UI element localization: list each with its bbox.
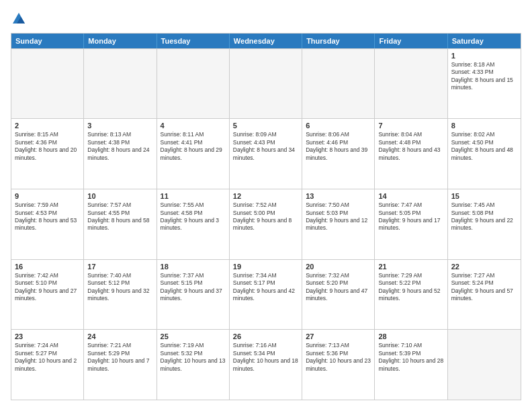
calendar-cell [375,49,447,119]
day-info: Sunrise: 7:19 AM Sunset: 5:32 PM Dayligh… [161,342,226,373]
day-number: 17 [87,263,152,271]
day-info: Sunrise: 8:13 AM Sunset: 4:38 PM Dayligh… [87,131,152,162]
day-number: 7 [378,122,443,130]
day-number: 5 [233,122,298,130]
day-info: Sunrise: 7:27 AM Sunset: 5:24 PM Dayligh… [451,272,517,303]
calendar-cell: 13Sunrise: 7:50 AM Sunset: 5:03 PM Dayli… [302,189,375,259]
calendar-row-3: 9Sunrise: 7:59 AM Sunset: 4:53 PM Daylig… [11,189,521,259]
calendar: SundayMondayTuesdayWednesdayThursdayFrid… [11,33,521,400]
calendar-cell [302,49,375,119]
calendar-cell: 10Sunrise: 7:57 AM Sunset: 4:55 PM Dayli… [84,189,157,259]
calendar-cell: 21Sunrise: 7:29 AM Sunset: 5:22 PM Dayli… [375,260,447,330]
calendar-cell [157,49,230,119]
calendar-cell: 6Sunrise: 8:06 AM Sunset: 4:46 PM Daylig… [302,119,375,189]
day-number: 18 [161,263,226,271]
day-number: 2 [15,122,80,130]
day-info: Sunrise: 7:34 AM Sunset: 5:17 PM Dayligh… [233,272,298,303]
calendar-cell: 24Sunrise: 7:21 AM Sunset: 5:29 PM Dayli… [84,330,157,400]
day-number: 20 [306,263,371,271]
page: SundayMondayTuesdayWednesdayThursdayFrid… [0,0,532,411]
header-day-wednesday: Wednesday [230,34,302,48]
calendar-cell: 7Sunrise: 8:04 AM Sunset: 4:48 PM Daylig… [375,119,447,189]
day-info: Sunrise: 7:16 AM Sunset: 5:34 PM Dayligh… [233,342,298,373]
calendar-cell: 11Sunrise: 7:55 AM Sunset: 4:58 PM Dayli… [157,189,230,259]
day-number: 6 [306,122,371,130]
calendar-row-2: 2Sunrise: 8:15 AM Sunset: 4:36 PM Daylig… [11,118,521,189]
day-number: 27 [306,332,371,340]
header-day-thursday: Thursday [302,34,375,48]
calendar-header: SundayMondayTuesdayWednesdayThursdayFrid… [11,34,521,48]
day-info: Sunrise: 7:52 AM Sunset: 5:00 PM Dayligh… [233,201,298,232]
calendar-cell: 22Sunrise: 7:27 AM Sunset: 5:24 PM Dayli… [448,260,521,330]
day-info: Sunrise: 8:15 AM Sunset: 4:36 PM Dayligh… [15,131,80,162]
calendar-cell: 26Sunrise: 7:16 AM Sunset: 5:34 PM Dayli… [230,330,302,400]
day-info: Sunrise: 7:13 AM Sunset: 5:36 PM Dayligh… [306,342,371,373]
day-info: Sunrise: 8:09 AM Sunset: 4:43 PM Dayligh… [233,131,298,162]
day-info: Sunrise: 7:10 AM Sunset: 5:39 PM Dayligh… [378,342,443,373]
day-number: 22 [451,263,517,271]
calendar-cell: 28Sunrise: 7:10 AM Sunset: 5:39 PM Dayli… [375,330,447,400]
calendar-cell: 17Sunrise: 7:40 AM Sunset: 5:12 PM Dayli… [84,260,157,330]
calendar-cell: 9Sunrise: 7:59 AM Sunset: 4:53 PM Daylig… [11,189,84,259]
calendar-cell: 5Sunrise: 8:09 AM Sunset: 4:43 PM Daylig… [230,119,302,189]
day-info: Sunrise: 8:11 AM Sunset: 4:41 PM Dayligh… [161,131,226,162]
calendar-cell: 4Sunrise: 8:11 AM Sunset: 4:41 PM Daylig… [157,119,230,189]
calendar-row-1: 1Sunrise: 8:18 AM Sunset: 4:33 PM Daylig… [11,48,521,119]
header [11,11,521,26]
day-number: 12 [233,192,298,200]
calendar-cell: 15Sunrise: 7:45 AM Sunset: 5:08 PM Dayli… [448,189,521,259]
calendar-cell: 3Sunrise: 8:13 AM Sunset: 4:38 PM Daylig… [84,119,157,189]
day-info: Sunrise: 7:37 AM Sunset: 5:15 PM Dayligh… [161,272,226,303]
day-info: Sunrise: 8:04 AM Sunset: 4:48 PM Dayligh… [378,131,443,162]
calendar-cell: 27Sunrise: 7:13 AM Sunset: 5:36 PM Dayli… [302,330,375,400]
logo [11,11,27,26]
calendar-cell [448,330,521,400]
day-number: 13 [306,192,371,200]
day-info: Sunrise: 7:42 AM Sunset: 5:10 PM Dayligh… [15,272,80,303]
calendar-cell: 25Sunrise: 7:19 AM Sunset: 5:32 PM Dayli… [157,330,230,400]
day-number: 11 [161,192,226,200]
day-number: 16 [15,263,80,271]
day-info: Sunrise: 7:57 AM Sunset: 4:55 PM Dayligh… [87,201,152,232]
header-day-tuesday: Tuesday [157,34,230,48]
day-info: Sunrise: 7:50 AM Sunset: 5:03 PM Dayligh… [306,201,371,232]
day-number: 26 [233,332,298,340]
calendar-cell: 16Sunrise: 7:42 AM Sunset: 5:10 PM Dayli… [11,260,84,330]
calendar-cell: 19Sunrise: 7:34 AM Sunset: 5:17 PM Dayli… [230,260,302,330]
day-number: 9 [15,192,80,200]
day-number: 19 [233,263,298,271]
day-info: Sunrise: 7:45 AM Sunset: 5:08 PM Dayligh… [451,201,517,232]
day-number: 3 [87,122,152,130]
day-info: Sunrise: 7:29 AM Sunset: 5:22 PM Dayligh… [378,272,443,303]
header-day-saturday: Saturday [448,34,521,48]
calendar-cell: 12Sunrise: 7:52 AM Sunset: 5:00 PM Dayli… [230,189,302,259]
calendar-cell: 23Sunrise: 7:24 AM Sunset: 5:27 PM Dayli… [11,330,84,400]
day-info: Sunrise: 7:55 AM Sunset: 4:58 PM Dayligh… [161,201,226,232]
calendar-cell: 1Sunrise: 8:18 AM Sunset: 4:33 PM Daylig… [448,49,521,119]
calendar-cell: 8Sunrise: 8:02 AM Sunset: 4:50 PM Daylig… [448,119,521,189]
calendar-cell [84,49,157,119]
day-number: 24 [87,332,152,340]
calendar-cell: 18Sunrise: 7:37 AM Sunset: 5:15 PM Dayli… [157,260,230,330]
day-number: 25 [161,332,226,340]
day-info: Sunrise: 8:02 AM Sunset: 4:50 PM Dayligh… [451,131,517,162]
calendar-row-4: 16Sunrise: 7:42 AM Sunset: 5:10 PM Dayli… [11,259,521,330]
day-info: Sunrise: 8:18 AM Sunset: 4:33 PM Dayligh… [451,61,517,92]
day-info: Sunrise: 7:59 AM Sunset: 4:53 PM Dayligh… [15,201,80,232]
day-number: 14 [378,192,443,200]
header-day-friday: Friday [375,34,447,48]
calendar-cell [230,49,302,119]
day-number: 23 [15,332,80,340]
day-number: 1 [451,52,517,60]
day-info: Sunrise: 7:47 AM Sunset: 5:05 PM Dayligh… [378,201,443,232]
calendar-cell: 2Sunrise: 8:15 AM Sunset: 4:36 PM Daylig… [11,119,84,189]
day-number: 10 [87,192,152,200]
day-info: Sunrise: 7:24 AM Sunset: 5:27 PM Dayligh… [15,342,80,373]
day-info: Sunrise: 7:40 AM Sunset: 5:12 PM Dayligh… [87,272,152,303]
day-info: Sunrise: 8:06 AM Sunset: 4:46 PM Dayligh… [306,131,371,162]
day-number: 4 [161,122,226,130]
day-number: 21 [378,263,443,271]
calendar-body: 1Sunrise: 8:18 AM Sunset: 4:33 PM Daylig… [11,48,521,400]
header-day-monday: Monday [84,34,157,48]
logo-icon [11,11,26,26]
